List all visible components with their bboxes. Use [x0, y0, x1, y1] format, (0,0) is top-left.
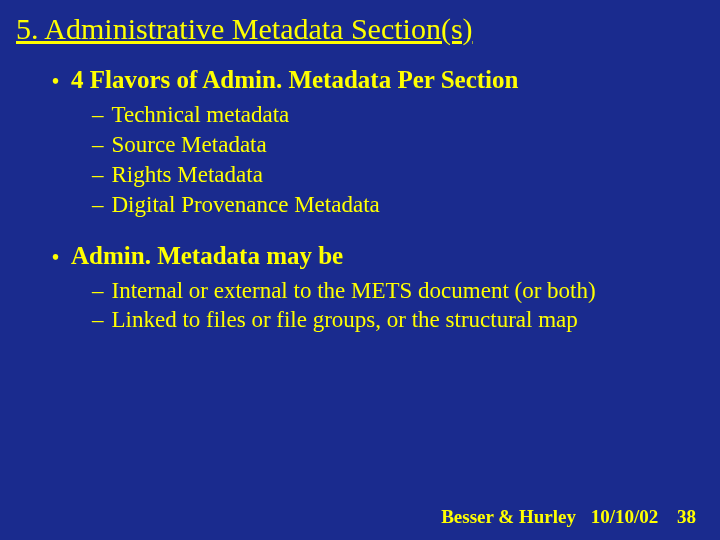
- sub-item-text: Rights Metadata: [112, 160, 701, 190]
- sub-item: – Source Metadata: [92, 130, 700, 160]
- dash-icon: –: [92, 190, 104, 220]
- slide-footer: Besser & Hurley 10/10/02 38: [441, 506, 696, 528]
- sub-list-1: – Technical metadata – Source Metadata –…: [92, 100, 700, 220]
- dash-icon: –: [92, 100, 104, 130]
- footer-page-number: 38: [677, 506, 696, 527]
- sub-item-text: Digital Provenance Metadata: [112, 190, 701, 220]
- sub-item-text: Linked to files or file groups, or the s…: [112, 305, 701, 335]
- sub-item-text: Source Metadata: [112, 130, 701, 160]
- bullet-heading-2: • Admin. Metadata may be: [52, 242, 700, 270]
- dash-icon: –: [92, 305, 104, 335]
- bullet-heading-2-text: Admin. Metadata may be: [71, 242, 343, 270]
- bullet-heading-1: • 4 Flavors of Admin. Metadata Per Secti…: [52, 66, 700, 94]
- sub-item: – Internal or external to the METS docum…: [92, 276, 700, 306]
- bullet-heading-1-text: 4 Flavors of Admin. Metadata Per Section: [71, 66, 518, 94]
- sub-item-text: Technical metadata: [112, 100, 701, 130]
- dash-icon: –: [92, 160, 104, 190]
- slide-title: 5. Administrative Metadata Section(s): [16, 12, 700, 46]
- sub-item: – Linked to files or file groups, or the…: [92, 305, 700, 335]
- dash-icon: –: [92, 276, 104, 306]
- sub-item: – Digital Provenance Metadata: [92, 190, 700, 220]
- footer-author: Besser & Hurley: [441, 506, 576, 527]
- sub-item: – Rights Metadata: [92, 160, 700, 190]
- sub-item-text: Internal or external to the METS documen…: [112, 276, 701, 306]
- bullet-dot-icon: •: [52, 246, 59, 269]
- footer-date: 10/10/02: [591, 506, 659, 527]
- dash-icon: –: [92, 130, 104, 160]
- sub-list-2: – Internal or external to the METS docum…: [92, 276, 700, 336]
- bullet-dot-icon: •: [52, 70, 59, 93]
- sub-item: – Technical metadata: [92, 100, 700, 130]
